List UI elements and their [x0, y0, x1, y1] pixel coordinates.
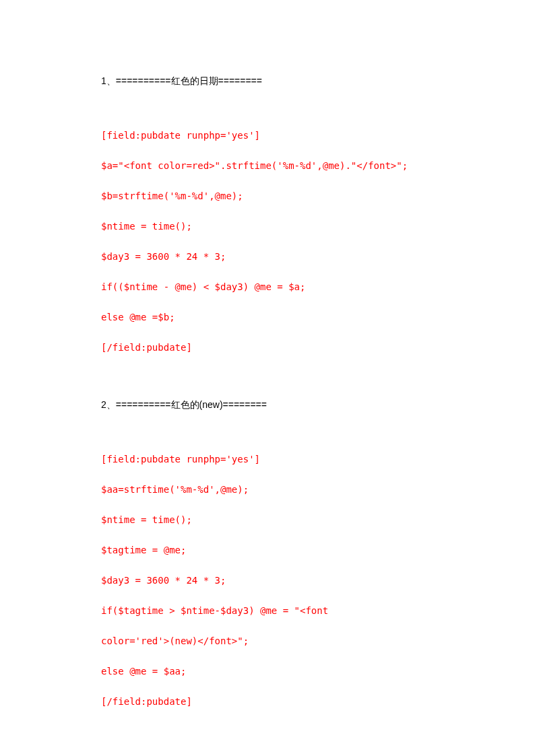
code-line: $tagtime = @me;: [101, 543, 434, 557]
code-line: [/field:pubdate]: [101, 341, 434, 355]
code-line: if($tagtime > $ntime-$day3) @me = "<font: [101, 604, 434, 618]
code-line: color='red'>(new)</font>";: [101, 634, 434, 648]
code-line: $day3 = 3600 * 24 * 3;: [101, 250, 434, 264]
code-line: $aa=strftime('%m-%d',@me);: [101, 483, 434, 497]
section-gap: [101, 371, 434, 398]
code-line: $ntime = time();: [101, 513, 434, 527]
section-2-heading: 2、==========红色的(new)========: [101, 398, 434, 412]
code-line: $day3 = 3600 * 24 * 3;: [101, 574, 434, 588]
code-line: if(($ntime - @me) < $day3) @me = $a;: [101, 280, 434, 294]
code-block-2: [field:pubdate runphp='yes'] $aa=strftim…: [101, 452, 434, 709]
code-line: $a="<font color=red>".strftime('%m-%d',@…: [101, 159, 434, 173]
code-line: else @me = $aa;: [101, 664, 434, 679]
code-line: $ntime = time();: [101, 219, 434, 234]
code-line: else @me =$b;: [101, 310, 434, 324]
code-line: [field:pubdate runphp='yes']: [101, 129, 434, 143]
code-line: [field:pubdate runphp='yes']: [101, 452, 434, 467]
code-line: [/field:pubdate]: [101, 695, 434, 709]
section-1-heading: 1、==========红色的日期========: [101, 74, 434, 88]
code-line: $b=strftime('%m-%d',@me);: [101, 189, 434, 203]
code-block-1: [field:pubdate runphp='yes'] $a="<font c…: [101, 129, 434, 355]
document-page: 1、==========红色的日期======== [field:pubdate…: [0, 0, 535, 709]
